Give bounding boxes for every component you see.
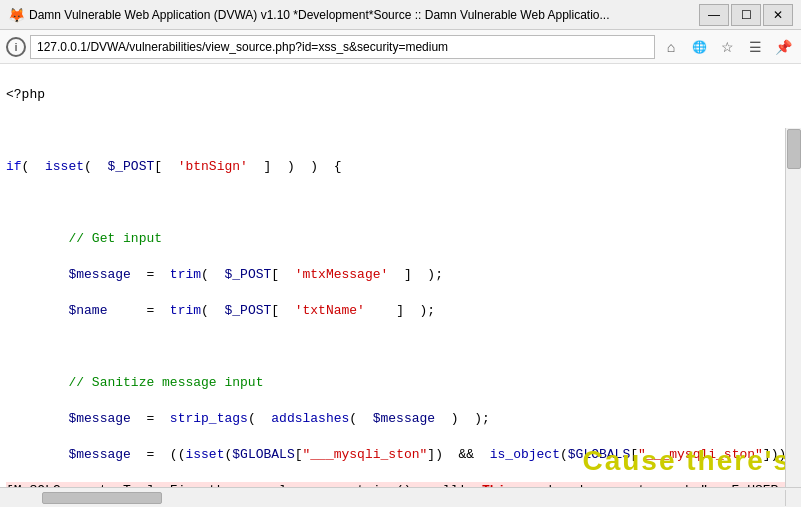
watermark-text: Cause there's: [582, 445, 791, 477]
horizontal-scrollbar[interactable]: [0, 490, 785, 506]
globe-icon[interactable]: 🌐: [687, 35, 711, 59]
address-bar: i ⌂ 🌐 ☆ ☰ 📌: [0, 30, 801, 64]
home-icon[interactable]: ⌂: [659, 35, 683, 59]
code-line-8: [6, 338, 795, 356]
bottom-bar: [0, 487, 801, 507]
code-line-7: $name = trim( $_POST[ 'txtName' ] );: [6, 302, 795, 320]
code-line-1: <?php: [6, 86, 795, 104]
url-input[interactable]: [30, 35, 655, 59]
minimize-button[interactable]: —: [699, 4, 729, 26]
window-controls: — ☐ ✕: [699, 4, 793, 26]
vertical-scrollbar-thumb[interactable]: [787, 129, 801, 169]
bookmark-icon[interactable]: ☆: [715, 35, 739, 59]
source-code: <?php if( isset( $_POST[ 'btnSign' ] ) )…: [0, 64, 801, 487]
nav-icons: ⌂ 🌐 ☆ ☰ 📌: [659, 35, 795, 59]
browser-favicon: 🦊: [8, 7, 25, 23]
code-line-6: $message = trim( $_POST[ 'mtxMessage' ] …: [6, 266, 795, 284]
page-info-icon[interactable]: i: [6, 37, 26, 57]
pin-icon[interactable]: 📌: [771, 35, 795, 59]
close-button[interactable]: ✕: [763, 4, 793, 26]
maximize-button[interactable]: ☐: [731, 4, 761, 26]
vertical-scrollbar[interactable]: [785, 128, 801, 487]
horizontal-scrollbar-thumb[interactable]: [42, 492, 162, 504]
code-line-9: // Sanitize message input: [6, 374, 795, 392]
code-line-10: $message = strip_tags( addslashes( $mess…: [6, 410, 795, 428]
code-line-4: [6, 194, 795, 212]
window-title: Damn Vulnerable Web Application (DVWA) v…: [29, 8, 699, 22]
code-area: <?php if( isset( $_POST[ 'btnSign' ] ) )…: [0, 64, 801, 487]
scrollbar-corner: [785, 490, 801, 506]
menu-icon[interactable]: ☰: [743, 35, 767, 59]
code-line-5: // Get input: [6, 230, 795, 248]
code-line-2: [6, 122, 795, 140]
title-bar: 🦊 Damn Vulnerable Web Application (DVWA)…: [0, 0, 801, 30]
code-line-3: if( isset( $_POST[ 'btnSign' ] ) ) {: [6, 158, 795, 176]
